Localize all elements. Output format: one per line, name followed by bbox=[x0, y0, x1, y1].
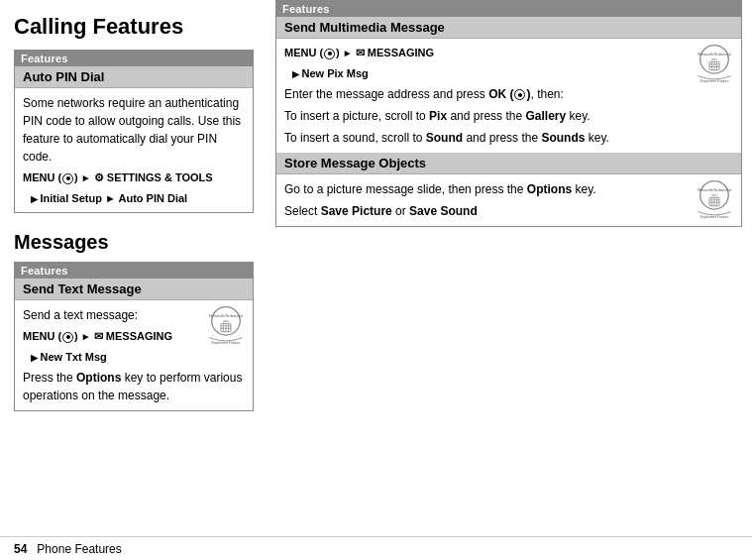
send-mm-sub: New Pix Msg bbox=[284, 65, 733, 82]
right-features-box: Features Send Multimedia Message Network… bbox=[275, 0, 742, 227]
auto-pin-title: Auto PIN Dial bbox=[15, 66, 253, 88]
store-msg-network-badge: Network/Subscript ion Dependent Feature bbox=[694, 178, 735, 220]
send-text-sub: New Txt Msg bbox=[23, 349, 245, 366]
auto-pin-description: Some networks require an authenticating … bbox=[23, 94, 245, 166]
page-number: 54 bbox=[14, 542, 27, 556]
footer: 54 Phone Features bbox=[0, 536, 752, 560]
svg-text:Network/Subscript: Network/Subscript bbox=[698, 52, 732, 56]
svg-text:Dependent Feature: Dependent Feature bbox=[700, 79, 729, 83]
send-mm-body: Network/Subscript ion Dependent Feature … bbox=[276, 39, 741, 153]
send-mm-body3: To insert a sound, scroll to Sound and p… bbox=[284, 129, 733, 147]
store-msg-body1: Go to a picture message slide, then pres… bbox=[284, 180, 733, 198]
send-text-body: Network/Subscript ion Dependent Feature … bbox=[15, 300, 253, 410]
store-msg-body: Network/Subscript ion Dependent Feature … bbox=[276, 174, 741, 226]
svg-text:Network/Subscript: Network/Subscript bbox=[209, 313, 244, 318]
messages-feature-box: Features Send Text Message Network/Subsc… bbox=[14, 262, 254, 411]
svg-text:ion: ion bbox=[223, 319, 228, 323]
send-mm-title: Send Multimedia Message bbox=[276, 17, 741, 39]
send-mm-body2: To insert a picture, scroll to Pix and p… bbox=[284, 107, 733, 125]
messages-features-header: Features bbox=[15, 263, 253, 279]
network-subscription-badge: Network/Subscript ion Dependent Feature bbox=[205, 304, 247, 346]
store-msg-body2: Select Save Picture or Save Sound bbox=[284, 202, 733, 220]
messages-title: Messages bbox=[14, 231, 254, 254]
send-text-options: Press the Options key to perform various… bbox=[23, 369, 245, 404]
auto-pin-sub1: Initial Setup ► Auto PIN Dial bbox=[23, 190, 245, 207]
svg-text:Dependent Feature: Dependent Feature bbox=[212, 342, 241, 346]
calling-features-box: Features Auto PIN Dial Some networks req… bbox=[14, 50, 254, 213]
auto-pin-menu-path: MENU () ► ⚙ SETTINGS & TOOLS bbox=[23, 169, 245, 186]
store-msg-title: Store Message Objects bbox=[276, 153, 741, 174]
svg-text:ion: ion bbox=[711, 193, 716, 197]
send-mm-menu-path: MENU () ► ✉ MESSAGING bbox=[284, 45, 733, 61]
svg-text:ion: ion bbox=[711, 57, 716, 61]
calling-features-title: Calling Features bbox=[14, 14, 254, 40]
send-mm-network-badge: Network/Subscript ion Dependent Feature bbox=[694, 43, 735, 84]
svg-text:Network/Subscript: Network/Subscript bbox=[698, 187, 732, 192]
auto-pin-body: Some networks require an authenticating … bbox=[15, 88, 253, 212]
footer-label: Phone Features bbox=[37, 542, 121, 556]
right-features-header: Features bbox=[276, 1, 741, 17]
send-mm-body1: Enter the message address and press OK (… bbox=[284, 85, 733, 103]
send-text-title: Send Text Message bbox=[15, 279, 253, 300]
svg-text:Dependent Feature: Dependent Feature bbox=[700, 215, 729, 219]
calling-features-header: Features bbox=[15, 51, 253, 66]
